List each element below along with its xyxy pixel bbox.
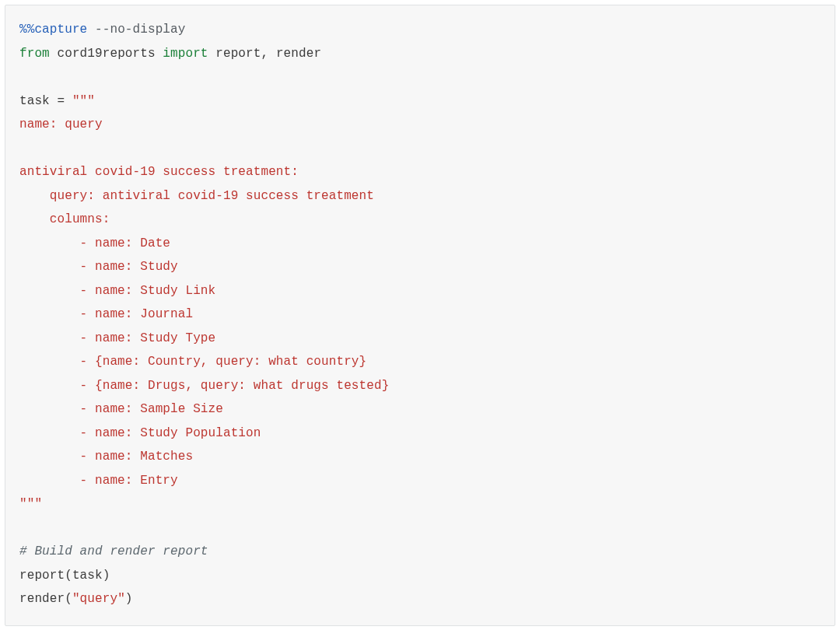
code-cell[interactable]: %%capture --no-display from cord19report… [5,5,835,626]
import-names: report, render [215,47,321,61]
arg-task: task [72,569,103,583]
op-eq: = [58,94,65,108]
fn-render: render [19,592,65,606]
string-body: name: query antiviral covid-19 success t… [19,117,389,488]
comment: # Build and render report [19,544,208,558]
magic-command: %%capture [19,23,87,37]
arg-query: "query" [72,592,125,606]
kw-import: import [163,47,208,61]
string-close: """ [19,497,42,511]
paren-close: ) [125,592,133,606]
var-task: task [19,94,50,108]
paren-open: ( [65,592,72,606]
magic-arg: --no-display [95,23,185,37]
string-open: """ [72,94,95,108]
fn-report: report [19,569,65,583]
kw-from: from [19,47,50,61]
paren-open: ( [65,569,72,583]
module-name: cord19reports [58,47,156,61]
paren-close: ) [103,569,110,583]
